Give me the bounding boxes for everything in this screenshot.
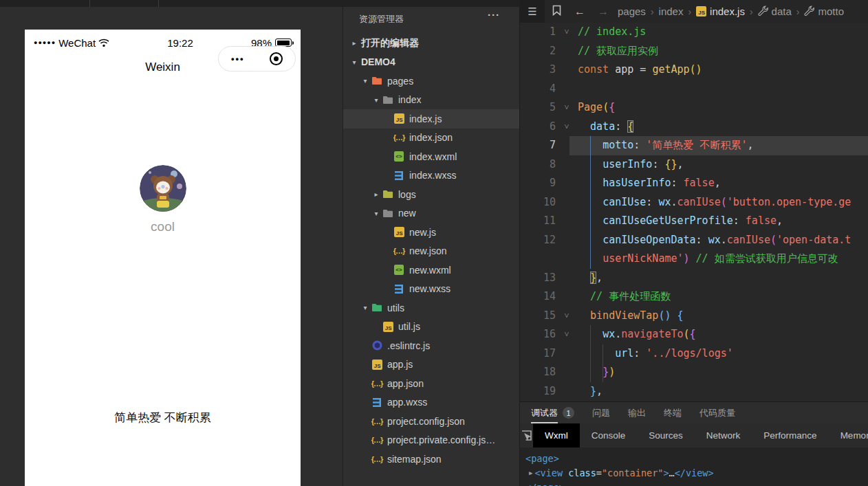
code-line-6[interactable]: 6˅ data: { xyxy=(520,118,868,137)
tree-item-index-js[interactable]: JSindex.js xyxy=(343,109,519,129)
expander-closed-icon[interactable]: ▸ xyxy=(371,190,382,198)
code-line-10[interactable]: 10 canIUse: wx.canIUse('button.open-type… xyxy=(520,193,868,212)
devtools-tab-wxml[interactable]: Wxml xyxy=(533,423,580,448)
code-line-14[interactable]: 14 // 事件处理函数 xyxy=(520,287,868,307)
tree-item--[interactable]: ▸打开的编辑器 xyxy=(343,34,519,53)
code-line-13[interactable]: 13 }, xyxy=(520,269,868,288)
tree-item-new-js[interactable]: JSnew.js xyxy=(343,223,519,242)
code-line-11[interactable]: 11 canIUseGetUserProfile: false, xyxy=(520,212,868,231)
code-line-8[interactable]: 8 userInfo: {}, xyxy=(520,155,868,175)
capsule-home-icon[interactable] xyxy=(257,52,296,65)
folder-olive-icon xyxy=(382,190,394,199)
breadcrumb-item-data[interactable]: data xyxy=(758,5,792,18)
tree-item-index-wxss[interactable]: index.wxss xyxy=(343,166,519,186)
code-text: userInfo: {}, xyxy=(578,155,868,175)
tree-item-index-wxml[interactable]: <>index.wxml xyxy=(343,147,519,166)
code-line-4[interactable]: 4 xyxy=(520,80,868,99)
line-number: 11 xyxy=(520,212,556,231)
tree-item-sitemap-json[interactable]: {…}sitemap.json xyxy=(343,450,519,469)
fold-chevron-icon[interactable]: ˅ xyxy=(556,98,578,118)
code-line-7[interactable]: 7 motto: '简单热爱 不断积累', xyxy=(520,136,868,155)
breadcrumb-label: data xyxy=(772,5,792,17)
breadcrumb-item-pages[interactable]: pages xyxy=(618,5,646,17)
expander-open-icon[interactable]: ▾ xyxy=(371,96,382,104)
tree-item-index-json[interactable]: {…}index.json xyxy=(343,129,519,148)
fold-chevron-icon[interactable]: ˅ xyxy=(556,23,578,42)
tree-item-new-wxss[interactable]: new.wxss xyxy=(343,280,519,299)
expander-open-icon[interactable]: ▾ xyxy=(360,304,371,311)
bookmark-icon[interactable] xyxy=(545,5,568,19)
devtools-tab-console[interactable]: Console xyxy=(580,423,638,448)
tree-item-label: index xyxy=(398,94,421,105)
debugger-tab-调试器[interactable]: 调试器1 xyxy=(531,402,574,423)
devtools-tab-network[interactable]: Network xyxy=(695,423,752,448)
tree-item-pages[interactable]: ▾pages xyxy=(343,71,519,91)
avatar[interactable] xyxy=(140,165,186,212)
capsule-menu-icon[interactable]: ••• xyxy=(219,54,257,64)
code-text: // index.js xyxy=(578,23,868,42)
fold-chevron-icon[interactable]: ˅ xyxy=(556,118,578,137)
debugger-tab-输出[interactable]: 输出 xyxy=(628,402,646,423)
code-line-3[interactable]: 3const app = getApp() xyxy=(520,60,868,80)
code-line-2[interactable]: 2// 获取应用实例 xyxy=(520,42,868,61)
json-icon: {…} xyxy=(393,247,405,255)
tree-item-util-js[interactable]: JSutil.js xyxy=(343,318,519,337)
wxml-node[interactable]: <page> xyxy=(520,451,868,465)
code-line-15[interactable]: 15˅ bindViewTap() { xyxy=(520,307,868,326)
more-actions-icon[interactable]: ··· xyxy=(488,9,500,21)
breadcrumb-item-index-js[interactable]: JSindex.js xyxy=(696,5,745,17)
expander-open-icon[interactable]: ▾ xyxy=(371,210,382,217)
expander-open-icon[interactable]: ▾ xyxy=(360,77,371,85)
tree-item-app-js[interactable]: JSapp.js xyxy=(343,355,519,375)
code-line-wrap[interactable]: userNickName') // 如需尝试获取用户信息可改 xyxy=(520,250,868,269)
code-line-9[interactable]: 9 hasUserInfo: false, xyxy=(520,174,868,193)
forward-arrow-icon[interactable]: → xyxy=(592,5,615,18)
tree-item-app-wxss[interactable]: app.wxss xyxy=(343,393,519,412)
outline-icon[interactable]: ☰ xyxy=(520,0,545,23)
code-line-18[interactable]: 18 }) xyxy=(520,363,868,382)
tree-item--eslintrc-js[interactable]: .eslintrc.js xyxy=(343,336,519,355)
code-line-12[interactable]: 12 canIUseOpenData: wx.canIUse('open-dat… xyxy=(520,231,868,250)
phone-simulator[interactable]: ●●●●● WeChat 19:22 98% Weixin •• xyxy=(25,30,301,486)
debugger-tab-问题[interactable]: 问题 xyxy=(592,402,610,423)
tree-item-demo4[interactable]: ▾DEMO4 xyxy=(343,53,519,72)
breadcrumb-item-motto[interactable]: motto xyxy=(804,5,844,18)
tree-item-new-wxml[interactable]: <>new.wxml xyxy=(343,261,519,280)
code-text: const app = getApp() xyxy=(578,60,868,80)
wxml-tree-pane[interactable]: <page>▶<view class="container">…</view><… xyxy=(520,448,868,486)
inspect-element-icon[interactable] xyxy=(520,423,533,448)
code-line-19[interactable]: 19 }, xyxy=(520,382,868,401)
indent-guide xyxy=(590,250,591,269)
tree-item-project-config-json[interactable]: {…}project.config.json xyxy=(343,412,519,431)
devtools-tab-performance[interactable]: Performance xyxy=(752,423,828,448)
breadcrumb-item-index[interactable]: index xyxy=(659,5,684,17)
expander-closed-icon[interactable]: ▸ xyxy=(349,39,360,47)
wxml-node[interactable]: </page> xyxy=(520,480,868,486)
tree-item-utils[interactable]: ▾utils xyxy=(343,298,519,318)
tree-item-logs[interactable]: ▸logs xyxy=(343,185,519,204)
debugger-tab-终端[interactable]: 终端 xyxy=(664,402,682,423)
debugger-tab-代码质量[interactable]: 代码质量 xyxy=(699,402,735,423)
devtools-tab-memory[interactable]: Memory xyxy=(829,423,868,448)
tree-item-app-json[interactable]: {…}app.json xyxy=(343,374,519,393)
expander-open-icon[interactable]: ▾ xyxy=(349,58,360,66)
node-expander-icon[interactable]: ▶ xyxy=(529,470,532,476)
code-line-1[interactable]: 1˅// index.js xyxy=(520,23,868,42)
tree-item-new[interactable]: ▾new xyxy=(343,204,519,223)
tree-item-index[interactable]: ▾index xyxy=(343,91,519,110)
code-area[interactable]: 1˅// index.js2// 获取应用实例3const app = getA… xyxy=(520,23,868,401)
code-line-16[interactable]: 16˅ wx.navigateTo({ xyxy=(520,325,868,344)
indent-guide xyxy=(590,363,591,382)
capsule-button: ••• xyxy=(218,46,296,71)
code-line-5[interactable]: 5˅Page({ xyxy=(520,98,868,118)
code-line-17[interactable]: 17 url: '../logs/logs' xyxy=(520,344,868,364)
wxml-node[interactable]: ▶<view class="container">…</view> xyxy=(520,465,868,480)
devtools-tab-sources[interactable]: Sources xyxy=(637,423,695,448)
fold-chevron-icon[interactable]: ˅ xyxy=(556,325,578,344)
fold-chevron-icon[interactable]: ˅ xyxy=(556,307,578,326)
tree-item-new-json[interactable]: {…}new.json xyxy=(343,242,519,261)
file-tree: ▸打开的编辑器▾DEMO4▾pages▾indexJSindex.js{…}in… xyxy=(343,34,519,469)
wrench-icon xyxy=(804,5,814,18)
back-arrow-icon[interactable]: ← xyxy=(568,5,592,18)
tree-item-project-private-config-js-[interactable]: {…}project.private.config.js… xyxy=(343,431,519,450)
